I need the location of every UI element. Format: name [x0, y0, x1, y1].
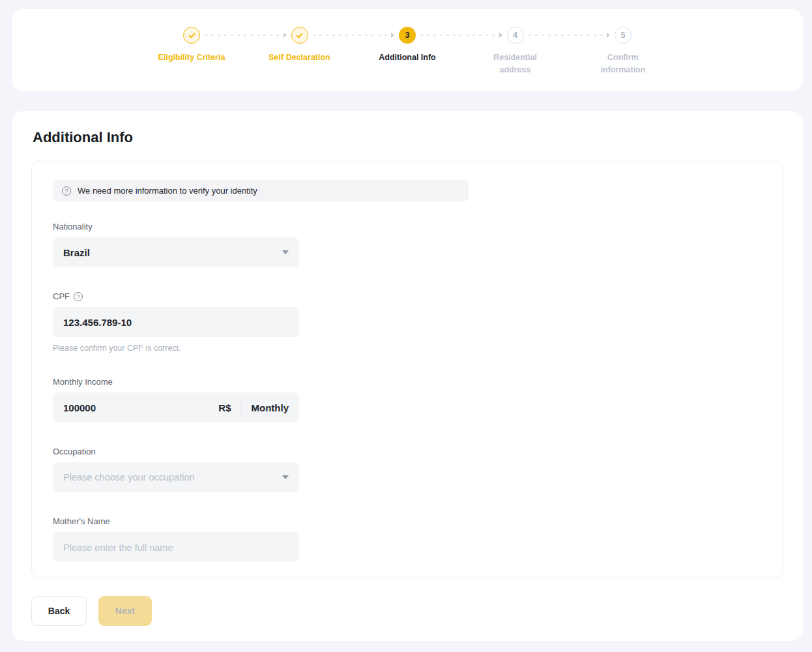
progress-stepper: Eligibility Criteria Self Declaration — [183, 27, 631, 44]
step-confirm-information: 5 Confirm information — [615, 27, 631, 44]
step-circle-active: 3 — [399, 27, 416, 44]
cpf-input[interactable] — [63, 317, 289, 328]
step-additional-info: 3 Additional Info — [399, 27, 416, 44]
nationality-label: Nationality — [53, 222, 299, 231]
monthly-income-field-group: Monthly Income R$ Monthly — [53, 377, 299, 422]
back-button[interactable]: Back — [31, 596, 87, 626]
monthly-income-input[interactable] — [63, 402, 218, 413]
additional-info-card: Additional Info ? We need more informati… — [12, 111, 803, 641]
income-suffix: R$ Monthly — [218, 401, 289, 414]
info-banner: ? We need more information to verify you… — [53, 180, 469, 201]
step-circle-completed — [291, 27, 308, 44]
step-label: Residential address — [485, 52, 546, 77]
nationality-value: Brazil — [63, 247, 90, 258]
occupation-label: Occupation — [53, 447, 299, 456]
nationality-select[interactable]: Brazil — [53, 237, 299, 267]
kyc-verification-page: Eligibility Criteria Self Declaration — [0, 0, 812, 652]
occupation-select[interactable]: Please choose your occupation — [53, 462, 299, 492]
nationality-field-group: Nationality Brazil — [53, 222, 299, 267]
step-circle-completed — [183, 27, 200, 44]
cpf-input-wrap — [53, 307, 299, 337]
step-label: Self Declaration — [268, 52, 330, 64]
help-circle-icon[interactable]: ? — [74, 292, 83, 301]
occupation-field-group: Occupation Please choose your occupation — [53, 447, 299, 492]
next-button[interactable]: Next — [98, 596, 152, 626]
income-period-label: Monthly — [252, 402, 289, 413]
step-label: Eligibility Criteria — [158, 52, 225, 64]
step-label: Confirm information — [592, 52, 654, 77]
step-connector — [313, 27, 395, 44]
step-eligibility-criteria: Eligibility Criteria — [183, 27, 200, 44]
check-icon — [295, 31, 304, 40]
cpf-label: CPF ? — [53, 291, 299, 301]
step-circle-upcoming: 4 — [507, 27, 524, 44]
form-panel: ? We need more information to verify you… — [31, 160, 783, 578]
arrow-right-icon — [499, 33, 502, 38]
suffix-divider — [241, 401, 242, 414]
monthly-income-label: Monthly Income — [53, 377, 299, 387]
page-title: Additional Info — [33, 129, 783, 146]
form-actions: Back Next — [31, 596, 783, 626]
cpf-hint: Please confirm your CPF is correct. — [53, 344, 299, 353]
step-residential-address: 4 Residential address — [507, 27, 524, 44]
step-connector — [529, 27, 611, 44]
stepper-card: Eligibility Criteria Self Declaration — [12, 9, 803, 91]
arrow-right-icon — [283, 33, 287, 38]
currency-label: R$ — [218, 402, 231, 413]
mothers-name-label: Mother's Name — [53, 516, 299, 526]
step-self-declaration: Self Declaration — [291, 27, 308, 44]
chevron-down-icon — [282, 250, 289, 254]
step-connector — [420, 27, 502, 44]
arrow-right-icon — [391, 33, 394, 38]
help-circle-icon: ? — [62, 186, 71, 196]
step-label: Additional Info — [377, 52, 438, 64]
cpf-field-group: CPF ? Please confirm your CPF is correct… — [53, 291, 299, 353]
monthly-income-input-wrap: R$ Monthly — [53, 393, 299, 422]
step-circle-upcoming: 5 — [615, 27, 631, 44]
mothers-name-input-wrap — [53, 532, 299, 562]
arrow-right-icon — [607, 33, 610, 38]
step-connector — [205, 27, 287, 44]
check-icon — [188, 31, 196, 40]
mothers-name-input[interactable] — [63, 542, 289, 553]
mothers-name-field-group: Mother's Name — [53, 516, 299, 562]
info-banner-text: We need more information to verify your … — [78, 186, 257, 196]
chevron-down-icon — [282, 475, 289, 479]
occupation-placeholder: Please choose your occupation — [63, 472, 195, 482]
